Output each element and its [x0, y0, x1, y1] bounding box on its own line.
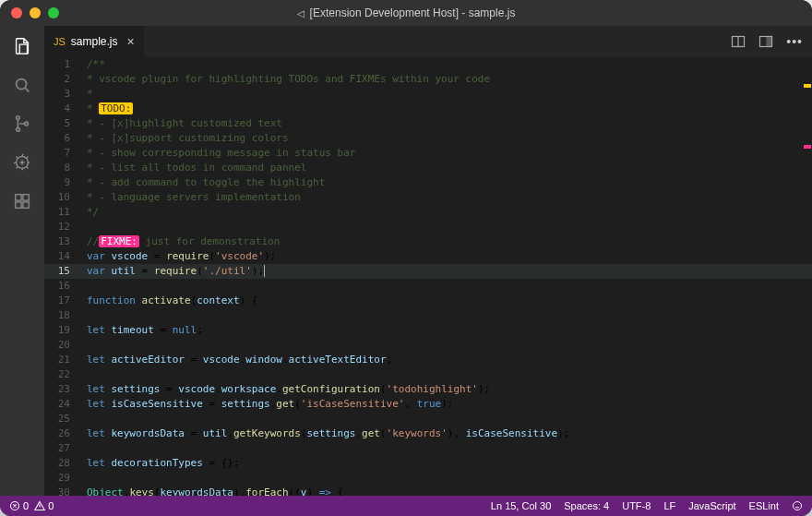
code-line[interactable]: 29 [44, 471, 812, 486]
status-encoding[interactable]: UTF-8 [622, 500, 651, 511]
line-number[interactable]: 25 [44, 412, 87, 426]
code-line[interactable]: 28 let decorationTypes = {}; [44, 456, 812, 471]
code-content[interactable] [87, 367, 812, 382]
status-spaces[interactable]: Spaces: 4 [564, 500, 609, 511]
code-content[interactable]: var vscode = require('vscode'); [87, 249, 812, 264]
line-number[interactable]: 20 [44, 338, 87, 353]
line-number[interactable]: 13 [44, 234, 87, 249]
line-number[interactable]: 5 [44, 116, 87, 131]
line-number[interactable]: 6 [44, 131, 87, 146]
line-number[interactable]: 12 [44, 220, 87, 234]
code-line[interactable]: 30 Object.keys(keywordsData).forEach((v)… [44, 486, 812, 496]
code-content[interactable]: * - [x]support customizing colors [87, 131, 812, 146]
code-line[interactable]: 1/** [44, 57, 812, 72]
search-icon[interactable] [11, 74, 33, 96]
code-line[interactable]: 6 * - [x]support customizing colors [44, 131, 812, 146]
code-content[interactable] [87, 338, 812, 353]
split-editor-icon[interactable] [731, 34, 746, 49]
code-content[interactable]: function activate(context) { [87, 294, 812, 308]
line-number[interactable]: 24 [44, 397, 87, 412]
code-content[interactable]: /** [87, 57, 812, 72]
code-line[interactable]: 26 let keywordsData = util.getKeywords(s… [44, 426, 812, 441]
code-content[interactable]: * - list all todos in command pannel [87, 161, 812, 175]
code-line[interactable]: 25 [44, 412, 812, 426]
status-eol[interactable]: LF [663, 500, 675, 511]
code-content[interactable]: * TODO: [87, 102, 812, 116]
status-language[interactable]: JavaScript [688, 500, 735, 511]
code-line[interactable]: 10 * - language servers implementation [44, 190, 812, 205]
status-linter[interactable]: ESLint [749, 500, 779, 511]
code-line[interactable]: 12 [44, 220, 812, 234]
code-content[interactable]: * - add command to toggle the highlight [87, 175, 812, 190]
code-line[interactable]: 20 [44, 338, 812, 353]
code-content[interactable]: */ [87, 205, 812, 220]
line-number[interactable]: 27 [44, 441, 87, 456]
code-line[interactable]: 21 let activeEditor = vscode.window.acti… [44, 353, 812, 367]
toggle-panel-icon[interactable] [758, 34, 773, 49]
code-editor[interactable]: 1/**2 * vscode plugin for highlighting T… [44, 57, 812, 496]
code-line[interactable]: 2 * vscode plugin for highlighting TODOs… [44, 72, 812, 87]
code-content[interactable]: let timeout = null; [87, 323, 812, 338]
extensions-icon[interactable] [11, 190, 33, 212]
code-content[interactable]: let keywordsData = util.getKeywords(sett… [87, 426, 812, 441]
line-number[interactable]: 3 [44, 87, 87, 102]
tab-close-icon[interactable]: × [127, 34, 135, 49]
status-errors[interactable]: 0 [9, 500, 29, 511]
code-content[interactable]: let isCaseSensitive = settings.get('isCa… [87, 397, 812, 412]
code-content[interactable]: //FIXME: just for demonstration [87, 234, 812, 249]
line-number[interactable]: 7 [44, 146, 87, 161]
line-number[interactable]: 2 [44, 72, 87, 87]
code-line[interactable]: 7 * - show corresponding message in stat… [44, 146, 812, 161]
code-content[interactable] [87, 279, 812, 294]
code-line[interactable]: 9 * - add command to toggle the highligh… [44, 175, 812, 190]
line-number[interactable]: 18 [44, 308, 87, 323]
code-line[interactable]: 18 [44, 308, 812, 323]
code-content[interactable]: * - [x]highlight customized text [87, 116, 812, 131]
titlebar[interactable]: [Extension Development Host] - sample.js [0, 0, 812, 26]
code-content[interactable]: * - show corresponding message in status… [87, 146, 812, 161]
code-content[interactable] [87, 308, 812, 323]
status-warnings[interactable]: 0 [34, 500, 54, 511]
code-line[interactable]: 15var util = require('./util'); [44, 264, 812, 279]
code-content[interactable]: var util = require('./util'); [87, 264, 812, 279]
code-content[interactable]: * vscode plugin for highlighting TODOs a… [87, 72, 812, 87]
code-content[interactable] [87, 441, 812, 456]
line-number[interactable]: 15 [44, 264, 87, 279]
window-close-button[interactable] [11, 7, 22, 18]
code-line[interactable]: 13//FIXME: just for demonstration [44, 234, 812, 249]
code-content[interactable]: let settings = vscode.workspace.getConfi… [87, 382, 812, 397]
code-line[interactable]: 17function activate(context) { [44, 294, 812, 308]
code-line[interactable]: 11 */ [44, 205, 812, 220]
code-line[interactable]: 3 * [44, 87, 812, 102]
line-number[interactable]: 9 [44, 175, 87, 190]
line-number[interactable]: 22 [44, 367, 87, 382]
ruler-mark[interactable] [804, 84, 811, 88]
line-number[interactable]: 16 [44, 279, 87, 294]
code-content[interactable]: let decorationTypes = {}; [87, 456, 812, 471]
line-number[interactable]: 8 [44, 161, 87, 175]
code-line[interactable]: 5 * - [x]highlight customized text [44, 116, 812, 131]
line-number[interactable]: 4 [44, 102, 87, 116]
code-line[interactable]: 8 * - list all todos in command pannel [44, 161, 812, 175]
explorer-icon[interactable] [11, 35, 33, 57]
code-content[interactable]: * - language servers implementation [87, 190, 812, 205]
more-actions-icon[interactable]: ••• [786, 34, 803, 49]
code-line[interactable]: 27 [44, 441, 812, 456]
line-number[interactable]: 23 [44, 382, 87, 397]
code-content[interactable] [87, 412, 812, 426]
ruler-mark[interactable] [804, 145, 811, 149]
source-control-icon[interactable] [11, 113, 33, 135]
editor-tab[interactable]: JS sample.js × [44, 26, 145, 57]
line-number[interactable]: 19 [44, 323, 87, 338]
line-number[interactable]: 14 [44, 249, 87, 264]
line-number[interactable]: 1 [44, 57, 87, 72]
code-line[interactable]: 24 let isCaseSensitive = settings.get('i… [44, 397, 812, 412]
line-number[interactable]: 10 [44, 190, 87, 205]
line-number[interactable]: 28 [44, 456, 87, 471]
code-line[interactable]: 14var vscode = require('vscode'); [44, 249, 812, 264]
status-cursor[interactable]: Ln 15, Col 30 [491, 500, 551, 511]
code-line[interactable]: 16 [44, 279, 812, 294]
code-content[interactable]: let activeEditor = vscode.window.activeT… [87, 353, 812, 367]
line-number[interactable]: 26 [44, 426, 87, 441]
code-line[interactable]: 4 * TODO: [44, 102, 812, 116]
